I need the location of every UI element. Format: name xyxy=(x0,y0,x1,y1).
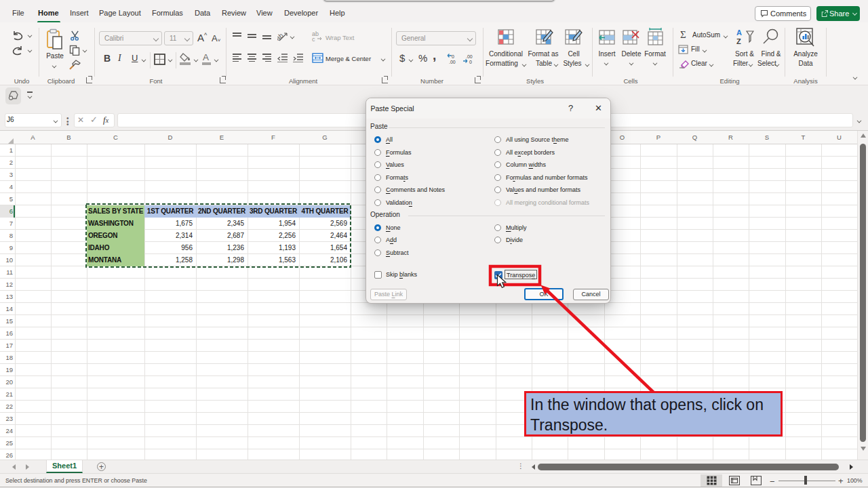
svg-text:Z: Z xyxy=(736,37,741,45)
svg-text:0: 0 xyxy=(469,60,472,64)
svg-text:.00: .00 xyxy=(466,54,473,59)
svg-text:0: 0 xyxy=(452,54,454,59)
svg-text:A: A xyxy=(736,28,742,37)
svg-text:c: c xyxy=(312,36,315,41)
svg-text:.00: .00 xyxy=(449,60,456,64)
